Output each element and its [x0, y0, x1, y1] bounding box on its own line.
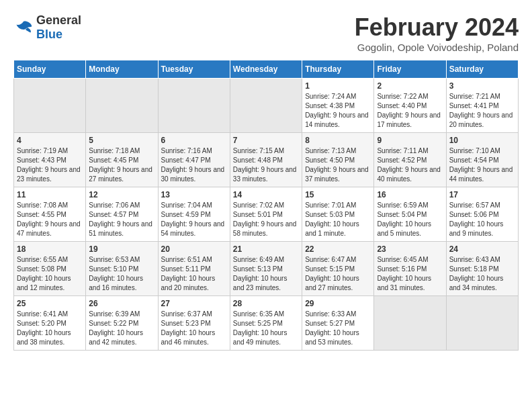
- table-row: [446, 296, 518, 351]
- day-info: Sunrise: 7:01 AM Sunset: 5:03 PM Dayligh…: [305, 201, 371, 238]
- day-number: 7: [233, 136, 299, 145]
- day-number: 1: [305, 81, 371, 91]
- day-number: 12: [89, 190, 154, 199]
- day-number: 16: [377, 190, 443, 199]
- location-title: Gogolin, Opole Voivodeship, Poland: [355, 42, 519, 53]
- day-info: Sunrise: 7:13 AM Sunset: 4:50 PM Dayligh…: [305, 146, 371, 184]
- table-row: 27Sunrise: 6:37 AM Sunset: 5:23 PM Dayli…: [158, 296, 230, 351]
- table-row: 11Sunrise: 7:08 AM Sunset: 4:55 PM Dayli…: [14, 187, 86, 242]
- calendar-table: Sunday Monday Tuesday Wednesday Thursday…: [13, 60, 519, 351]
- table-row: [230, 79, 302, 133]
- day-number: 13: [161, 190, 227, 199]
- table-row: [374, 296, 446, 351]
- day-info: Sunrise: 7:10 AM Sunset: 4:54 PM Dayligh…: [449, 146, 515, 184]
- day-info: Sunrise: 7:18 AM Sunset: 4:45 PM Dayligh…: [89, 146, 154, 184]
- col-thursday: Thursday: [302, 60, 374, 79]
- day-info: Sunrise: 7:19 AM Sunset: 4:43 PM Dayligh…: [17, 146, 83, 184]
- table-row: 3Sunrise: 7:21 AM Sunset: 4:41 PM Daylig…: [446, 79, 518, 133]
- col-wednesday: Wednesday: [230, 60, 302, 79]
- table-row: 22Sunrise: 6:47 AM Sunset: 5:15 PM Dayli…: [302, 242, 374, 296]
- table-row: 20Sunrise: 6:51 AM Sunset: 5:11 PM Dayli…: [158, 242, 230, 296]
- day-info: Sunrise: 6:55 AM Sunset: 5:08 PM Dayligh…: [17, 255, 83, 293]
- day-number: 15: [305, 190, 371, 199]
- day-info: Sunrise: 7:04 AM Sunset: 4:59 PM Dayligh…: [161, 201, 227, 238]
- day-number: 14: [233, 190, 299, 199]
- day-number: 25: [17, 299, 83, 308]
- day-number: 4: [17, 136, 83, 145]
- day-info: Sunrise: 7:02 AM Sunset: 5:01 PM Dayligh…: [233, 201, 299, 238]
- logo-text: General Blue: [36, 13, 81, 42]
- day-number: 10: [449, 136, 515, 145]
- table-row: 14Sunrise: 7:02 AM Sunset: 5:01 PM Dayli…: [230, 187, 302, 242]
- calendar-header-row: Sunday Monday Tuesday Wednesday Thursday…: [14, 60, 519, 79]
- day-info: Sunrise: 6:51 AM Sunset: 5:11 PM Dayligh…: [161, 255, 227, 293]
- month-title: February 2024: [355, 13, 519, 42]
- table-row: 5Sunrise: 7:18 AM Sunset: 4:45 PM Daylig…: [86, 133, 158, 187]
- table-row: 6Sunrise: 7:16 AM Sunset: 4:47 PM Daylig…: [158, 133, 230, 187]
- day-number: 18: [17, 244, 83, 254]
- day-number: 19: [89, 244, 154, 254]
- calendar-week-1: 1Sunrise: 7:24 AM Sunset: 4:38 PM Daylig…: [14, 79, 519, 133]
- day-info: Sunrise: 7:22 AM Sunset: 4:40 PM Dayligh…: [377, 92, 443, 130]
- day-number: 24: [449, 244, 515, 254]
- day-number: 11: [17, 190, 83, 199]
- table-row: 13Sunrise: 7:04 AM Sunset: 4:59 PM Dayli…: [158, 187, 230, 242]
- day-number: 29: [305, 299, 371, 308]
- title-block: February 2024 Gogolin, Opole Voivodeship…: [355, 13, 519, 53]
- day-info: Sunrise: 7:24 AM Sunset: 4:38 PM Dayligh…: [305, 92, 371, 130]
- table-row: 24Sunrise: 6:43 AM Sunset: 5:18 PM Dayli…: [446, 242, 518, 296]
- page-header: General Blue February 2024 Gogolin, Opol…: [13, 13, 519, 53]
- calendar-week-4: 18Sunrise: 6:55 AM Sunset: 5:08 PM Dayli…: [14, 242, 519, 296]
- table-row: 21Sunrise: 6:49 AM Sunset: 5:13 PM Dayli…: [230, 242, 302, 296]
- day-info: Sunrise: 6:39 AM Sunset: 5:22 PM Dayligh…: [89, 310, 154, 347]
- day-number: 2: [377, 81, 443, 91]
- day-number: 17: [449, 190, 515, 199]
- day-number: 21: [233, 244, 299, 254]
- day-info: Sunrise: 6:41 AM Sunset: 5:20 PM Dayligh…: [17, 310, 83, 347]
- day-number: 3: [449, 81, 515, 91]
- table-row: 18Sunrise: 6:55 AM Sunset: 5:08 PM Dayli…: [14, 242, 86, 296]
- day-info: Sunrise: 6:43 AM Sunset: 5:18 PM Dayligh…: [449, 255, 515, 293]
- table-row: 26Sunrise: 6:39 AM Sunset: 5:22 PM Dayli…: [86, 296, 158, 351]
- logo-icon: [13, 19, 34, 36]
- day-number: 27: [161, 299, 227, 308]
- day-info: Sunrise: 7:16 AM Sunset: 4:47 PM Dayligh…: [161, 146, 227, 184]
- day-number: 8: [305, 136, 371, 145]
- table-row: 19Sunrise: 6:53 AM Sunset: 5:10 PM Dayli…: [86, 242, 158, 296]
- day-info: Sunrise: 6:35 AM Sunset: 5:25 PM Dayligh…: [233, 310, 299, 347]
- table-row: 2Sunrise: 7:22 AM Sunset: 4:40 PM Daylig…: [374, 79, 446, 133]
- day-number: 20: [161, 244, 227, 254]
- day-number: 22: [305, 244, 371, 254]
- day-number: 9: [377, 136, 443, 145]
- table-row: 9Sunrise: 7:11 AM Sunset: 4:52 PM Daylig…: [374, 133, 446, 187]
- day-info: Sunrise: 6:47 AM Sunset: 5:15 PM Dayligh…: [305, 255, 371, 293]
- table-row: 4Sunrise: 7:19 AM Sunset: 4:43 PM Daylig…: [14, 133, 86, 187]
- day-info: Sunrise: 6:37 AM Sunset: 5:23 PM Dayligh…: [161, 310, 227, 347]
- day-info: Sunrise: 6:45 AM Sunset: 5:16 PM Dayligh…: [377, 255, 443, 293]
- day-info: Sunrise: 6:49 AM Sunset: 5:13 PM Dayligh…: [233, 255, 299, 293]
- day-number: 28: [233, 299, 299, 308]
- day-info: Sunrise: 7:06 AM Sunset: 4:57 PM Dayligh…: [89, 201, 154, 238]
- col-friday: Friday: [374, 60, 446, 79]
- day-number: 26: [89, 299, 154, 308]
- table-row: 8Sunrise: 7:13 AM Sunset: 4:50 PM Daylig…: [302, 133, 374, 187]
- logo: General Blue: [13, 13, 81, 42]
- day-number: 23: [377, 244, 443, 254]
- table-row: 1Sunrise: 7:24 AM Sunset: 4:38 PM Daylig…: [302, 79, 374, 133]
- day-info: Sunrise: 7:21 AM Sunset: 4:41 PM Dayligh…: [449, 92, 515, 130]
- table-row: 29Sunrise: 6:33 AM Sunset: 5:27 PM Dayli…: [302, 296, 374, 351]
- col-tuesday: Tuesday: [158, 60, 230, 79]
- col-monday: Monday: [86, 60, 158, 79]
- col-sunday: Sunday: [14, 60, 86, 79]
- table-row: 17Sunrise: 6:57 AM Sunset: 5:06 PM Dayli…: [446, 187, 518, 242]
- day-info: Sunrise: 7:08 AM Sunset: 4:55 PM Dayligh…: [17, 201, 83, 238]
- logo-general: General: [36, 13, 81, 27]
- day-info: Sunrise: 6:59 AM Sunset: 5:04 PM Dayligh…: [377, 201, 443, 238]
- table-row: 10Sunrise: 7:10 AM Sunset: 4:54 PM Dayli…: [446, 133, 518, 187]
- day-number: 5: [89, 136, 154, 145]
- day-info: Sunrise: 6:57 AM Sunset: 5:06 PM Dayligh…: [449, 201, 515, 238]
- col-saturday: Saturday: [446, 60, 518, 79]
- table-row: [86, 79, 158, 133]
- table-row: 23Sunrise: 6:45 AM Sunset: 5:16 PM Dayli…: [374, 242, 446, 296]
- table-row: [14, 79, 86, 133]
